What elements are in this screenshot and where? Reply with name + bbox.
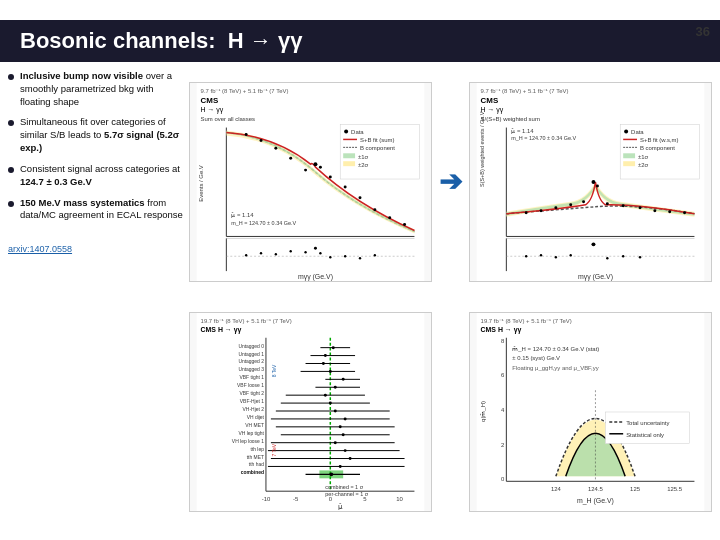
svg-point-75 [540, 254, 542, 256]
svg-point-73 [591, 242, 595, 246]
svg-text:q(m̂_H): q(m̂_H) [480, 401, 486, 422]
svg-point-119 [332, 346, 335, 349]
svg-point-61 [591, 180, 595, 184]
plot-top-right: 9.7 fb⁻¹ (8 TeV) + 5.1 fb⁻¹ (7 TeV) CMS … [469, 82, 712, 282]
svg-point-83 [624, 129, 628, 133]
svg-point-76 [555, 256, 557, 258]
svg-text:2: 2 [501, 442, 504, 448]
svg-point-80 [639, 256, 641, 258]
svg-point-27 [275, 253, 277, 255]
svg-text:B component: B component [640, 145, 675, 151]
svg-text:124: 124 [551, 486, 562, 492]
svg-text:VH dijet: VH dijet [247, 415, 265, 420]
svg-point-143 [334, 441, 337, 444]
svg-point-8 [245, 133, 248, 136]
svg-rect-49 [477, 83, 705, 281]
svg-point-66 [653, 209, 656, 212]
svg-text:Data: Data [351, 129, 364, 135]
svg-text:Sum over all classes: Sum over all classes [201, 115, 255, 121]
svg-text:8 TeV: 8 TeV [272, 364, 277, 377]
svg-point-141 [342, 434, 345, 437]
svg-text:Untagged 3: Untagged 3 [238, 368, 264, 373]
svg-point-12 [304, 168, 307, 171]
svg-text:S(S+B) weighted events / Ge.V: S(S+B) weighted events / Ge.V [479, 111, 485, 187]
svg-point-127 [342, 378, 345, 381]
bullet-item-2: Simultaneous fit over categories of simi… [8, 116, 183, 154]
svg-rect-95 [197, 313, 425, 511]
svg-text:per-channel = 1 σ: per-channel = 1 σ [325, 491, 368, 497]
svg-point-29 [304, 251, 306, 253]
svg-text:Untagged 1: Untagged 1 [238, 352, 264, 357]
bullet-dot-4 [8, 201, 14, 207]
svg-text:m_H = 124.70 ± 0.34 Ge.V: m_H = 124.70 ± 0.34 Ge.V [231, 219, 296, 225]
bullet-item-1: Inclusive bump now visible over a smooth… [8, 70, 183, 108]
content-area: Inclusive bump now visible over a smooth… [0, 62, 720, 532]
bullet-item-4: 150 Me.V mass systematics from data/MC a… [8, 197, 183, 223]
svg-text:VBF tight 1: VBF tight 1 [240, 376, 265, 381]
title-bar: Bosonic channels: H → γγ [0, 20, 720, 62]
left-panel: Inclusive bump now visible over a smooth… [8, 68, 183, 526]
svg-point-26 [260, 252, 262, 254]
svg-text:125: 125 [630, 486, 641, 492]
svg-text:combined = 1 σ: combined = 1 σ [325, 484, 363, 490]
svg-text:tth lep: tth lep [251, 447, 265, 452]
svg-point-152 [329, 473, 333, 477]
svg-text:CMS  H → γγ: CMS H → γγ [481, 326, 522, 334]
svg-text:9.7 fb⁻¹ (8 TeV) + 5.1 fb⁻¹ (7: 9.7 fb⁻¹ (8 TeV) + 5.1 fb⁻¹ (7 TeV) [481, 88, 569, 94]
bullet-text-2: Simultaneous fit over categories of simi… [20, 116, 183, 154]
svg-point-78 [606, 257, 608, 259]
svg-text:m_H = 124.70 ± 0.34 Ge.V: m_H = 124.70 ± 0.34 Ge.V [511, 135, 576, 141]
svg-text:± 0.15 (syst) Ge.V: ± 0.15 (syst) Ge.V [512, 355, 560, 361]
svg-text:Data: Data [631, 129, 644, 135]
svg-point-30 [314, 247, 317, 250]
svg-point-62 [596, 184, 599, 187]
svg-text:Statistical only: Statistical only [626, 432, 664, 438]
svg-point-129 [334, 386, 337, 389]
svg-text:Total uncertainty: Total uncertainty [626, 420, 669, 426]
svg-point-16 [344, 185, 347, 188]
right-arrow-icon: ➔ [439, 165, 462, 198]
svg-text:mγγ (Ge.V): mγγ (Ge.V) [298, 273, 333, 281]
plot-bottom-right: 19.7 fb⁻¹ (8 TeV) + 5.1 fb⁻¹ (7 TeV) CMS… [469, 312, 712, 512]
svg-point-64 [622, 204, 625, 207]
svg-point-65 [639, 206, 642, 209]
svg-text:9.7 fb⁻¹ (8 TeV) + 5.1 fb⁻¹ (7: 9.7 fb⁻¹ (8 TeV) + 5.1 fb⁻¹ (7 TeV) [201, 88, 289, 94]
svg-text:10: 10 [396, 496, 403, 502]
bullet-text-3: Consistent signal across categories at 1… [20, 163, 183, 189]
svg-point-147 [349, 457, 352, 460]
svg-text:VH MET: VH MET [245, 423, 264, 428]
svg-text:VBF-Hjet 1: VBF-Hjet 1 [240, 399, 264, 404]
svg-point-77 [570, 254, 572, 256]
svg-point-67 [668, 210, 671, 213]
svg-point-35 [374, 254, 376, 256]
svg-point-68 [683, 211, 686, 214]
svg-point-56 [525, 211, 528, 214]
svg-rect-91 [623, 161, 635, 166]
svg-point-59 [569, 203, 572, 206]
svg-point-125 [329, 370, 332, 373]
svg-rect-183 [605, 412, 689, 444]
svg-point-33 [344, 255, 346, 257]
svg-text:±1σ: ±1σ [358, 154, 369, 160]
svg-point-137 [344, 418, 347, 421]
svg-point-14 [319, 165, 322, 168]
slide-number: 36 [696, 24, 710, 39]
svg-point-20 [403, 223, 406, 226]
svg-text:125.5: 125.5 [667, 486, 683, 492]
svg-text:-10: -10 [262, 496, 271, 502]
svg-point-121 [324, 354, 327, 357]
svg-point-17 [359, 196, 362, 199]
arxiv-link[interactable]: arxiv:1407.0558 [8, 244, 183, 254]
svg-point-9 [260, 139, 263, 142]
svg-point-34 [359, 257, 361, 259]
svg-point-63 [606, 202, 609, 205]
svg-text:VBF loose 1: VBF loose 1 [237, 384, 264, 389]
plots-area: 9.7 fb⁻¹ (8 TeV) + 5.1 fb⁻¹ (7 TeV) CMS … [189, 68, 712, 526]
bullet-text-1: Inclusive bump now visible over a smooth… [20, 70, 183, 108]
svg-point-32 [329, 256, 331, 258]
svg-point-57 [540, 209, 543, 212]
svg-point-25 [245, 254, 247, 256]
svg-rect-89 [623, 153, 635, 158]
svg-point-11 [289, 157, 292, 160]
svg-text:H → γγ: H → γγ [201, 105, 224, 113]
